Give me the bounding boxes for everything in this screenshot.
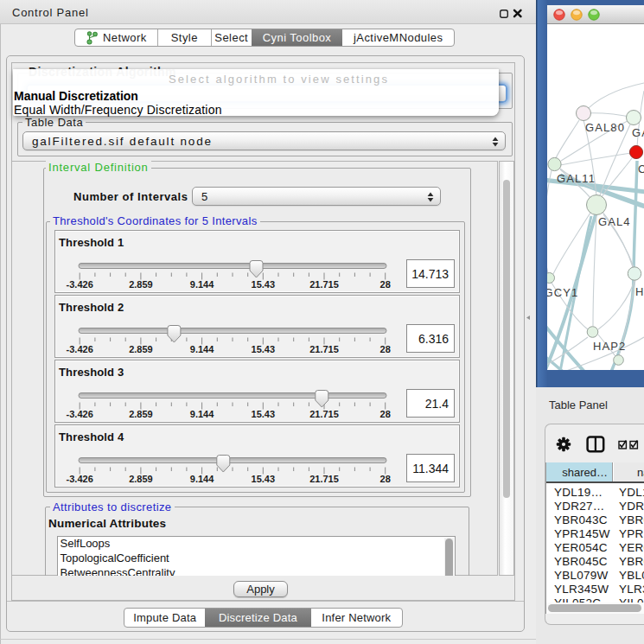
svg-text:GAL11: GAL11: [557, 172, 596, 185]
svg-text:15.43: 15.43: [252, 344, 276, 354]
svg-text:9.144: 9.144: [190, 409, 214, 419]
svg-text:28: 28: [380, 474, 391, 484]
svg-text:28: 28: [380, 279, 391, 290]
svg-text:21.715: 21.715: [309, 409, 339, 419]
svg-text:-3.426: -3.426: [67, 474, 93, 484]
svg-text:21.715: 21.715: [309, 279, 339, 290]
svg-text:28: 28: [380, 409, 391, 419]
svg-text:HA: HA: [635, 285, 644, 298]
svg-text:2.859: 2.859: [129, 279, 153, 290]
svg-text:15.43: 15.43: [252, 474, 276, 484]
svg-text:9.144: 9.144: [190, 279, 214, 290]
svg-text:15.43: 15.43: [252, 279, 276, 290]
svg-text:CY: CY: [638, 163, 644, 175]
svg-text:21.715: 21.715: [309, 474, 339, 484]
svg-text:21.715: 21.715: [309, 344, 339, 354]
svg-text:2.859: 2.859: [129, 474, 153, 484]
svg-text:28: 28: [380, 344, 391, 354]
svg-text:GAL80: GAL80: [585, 121, 625, 134]
svg-text:9.144: 9.144: [190, 344, 214, 354]
svg-text:2.859: 2.859: [129, 409, 153, 419]
svg-text:9.144: 9.144: [190, 474, 214, 484]
svg-text:15.43: 15.43: [252, 409, 276, 419]
svg-text:-3.426: -3.426: [67, 279, 93, 290]
svg-text:-3.426: -3.426: [67, 344, 93, 354]
svg-text:GA: GA: [632, 126, 644, 139]
svg-text:GCY1: GCY1: [547, 286, 578, 299]
svg-text:GAL4: GAL4: [598, 215, 631, 228]
svg-text:2.859: 2.859: [129, 344, 153, 354]
svg-text:-3.426: -3.426: [67, 409, 93, 419]
svg-text:HAP2: HAP2: [593, 340, 626, 353]
